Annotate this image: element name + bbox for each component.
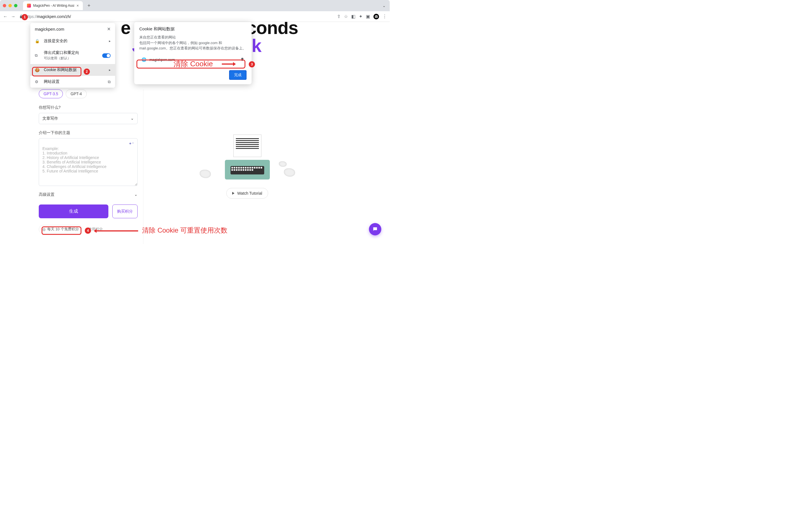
settings-label: 网站设置 [44, 79, 104, 84]
generate-button[interactable]: 生成 [39, 204, 108, 218]
watch-tutorial-button[interactable]: Watch Tutorial [226, 188, 268, 199]
coin-icon: ◎ [42, 227, 45, 232]
annotation-marker-2: 2 [84, 69, 90, 75]
chevron-right-icon: ▸ [109, 39, 111, 43]
browser-tab[interactable]: MagickPen - AI Writing Assi × [23, 1, 83, 10]
main-content: GPT-3.5 GPT-4 你想写什么? 文章写作 ⌄ 介绍一下你的主题 Exa… [39, 89, 351, 244]
done-button[interactable]: 完成 [229, 70, 247, 80]
model-gpt35-pill[interactable]: GPT-3.5 [39, 89, 63, 98]
extension-1-icon[interactable]: ◧ [351, 14, 355, 19]
new-tab-button[interactable]: + [85, 2, 93, 9]
annotation-marker-3: 3 [249, 61, 255, 67]
close-icon[interactable]: ✕ [107, 26, 111, 32]
address-bar[interactable]: https://magickpen.com/zh/ [19, 14, 334, 20]
svg-marker-3 [94, 229, 97, 233]
cookie-popup-subtitle1: 来自您正在查看的网站 [139, 35, 247, 40]
annotation-reset-text: 清除 Cookie 可重置使用次数 [142, 226, 227, 235]
browser-toolbar: ← → https://magickpen.com/zh/ ⇧ ☆ ◧ ✦ ▣ … [0, 11, 390, 22]
sidepanel-icon[interactable]: ▣ [366, 14, 370, 19]
back-button[interactable]: ← [3, 14, 8, 19]
close-tab-icon[interactable]: × [77, 3, 79, 8]
model-gpt4-pill[interactable]: GPT-4 [66, 89, 86, 98]
lock-icon: 🔒 [35, 39, 40, 43]
cookie-popup-title: Cookie 和网站数据 [139, 26, 247, 32]
hero-fragment: conds [247, 22, 298, 38]
cookies-label: Cookie 和网站数据 [44, 67, 105, 72]
profile-avatar[interactable]: 🐼 [374, 14, 379, 20]
crumpled-paper-icon [200, 170, 211, 178]
popups-toggle[interactable] [102, 54, 111, 58]
crumpled-paper-icon [284, 168, 295, 177]
hero-fragment: k [252, 35, 261, 56]
arrow-right-icon [222, 61, 236, 67]
typewriter-keys [231, 166, 264, 174]
external-link-icon: ⧉ [108, 79, 111, 84]
popups-label: 弹出式窗口和重定向 可以使用（默认） [44, 50, 98, 61]
cookie-popup-subtitle2: 包括同一个网域中的各个网站，例如 google.com 和 mail.googl… [139, 40, 247, 51]
site-info-popup: magickpen.com ✕ 🔒 连接是安全的 ▸ ⧉ 弹出式窗口和重定向 可… [30, 23, 115, 88]
globe-icon: 🌐 [142, 57, 147, 62]
toolbar-actions: ⇧ ☆ ◧ ✦ ▣ 🐼 ⋮ [337, 14, 387, 20]
chevron-down-icon[interactable]: ⌄ [382, 3, 386, 8]
secure-label: 连接是安全的 [44, 38, 105, 43]
action-buttons: 生成 购买积分 [39, 204, 138, 218]
gear-icon: ⚙ [35, 79, 40, 84]
popups-row[interactable]: ⧉ 弹出式窗口和重定向 可以使用（默认） [30, 47, 115, 64]
extensions-puzzle-icon[interactable]: ✦ [359, 14, 362, 19]
browser-tab-strip: MagickPen - AI Writing Assi × + ⌄ [0, 0, 390, 11]
topic-label: 介绍一下你的主题 [39, 130, 138, 135]
annotation-marker-4: 4 [85, 228, 91, 234]
close-window-button[interactable] [3, 4, 6, 7]
annotation-clear-cookie-text: 清除 Cookie [174, 59, 213, 69]
what-to-write-label: 你想写什么? [39, 105, 138, 110]
sparkle-icon[interactable]: ✦⁺ [129, 141, 134, 146]
cookie-site-name: magickpen.com [149, 58, 175, 62]
topic-textarea[interactable]: Example: 1. Introduction 2. History of A… [39, 138, 138, 186]
paper-icon [233, 135, 261, 157]
svg-marker-1 [233, 62, 236, 66]
cookie-icon: 🍪 [35, 68, 40, 72]
hero-fragment: e [121, 22, 131, 38]
chat-bubble-button[interactable] [369, 223, 381, 235]
cookie-popup-actions: 完成 [139, 70, 247, 80]
cookie-data-popup: Cookie 和网站数据 来自您正在查看的网站 包括同一个网域中的各个网站，例如… [134, 22, 252, 84]
input-panel: GPT-3.5 GPT-4 你想写什么? 文章写作 ⌄ 介绍一下你的主题 Exa… [39, 89, 138, 244]
watch-label: Watch Tutorial [237, 191, 262, 196]
popup-icon: ⧉ [35, 53, 40, 58]
advanced-label: 高级设置 [39, 192, 55, 197]
favicon-icon [27, 4, 31, 8]
arrow-left-icon [93, 228, 138, 234]
credits-text: 每天 10 个免费积分 [47, 227, 79, 232]
delete-cookie-button[interactable] [240, 57, 244, 62]
maximize-window-button[interactable] [14, 4, 17, 7]
minimize-window-button[interactable] [8, 4, 12, 7]
forward-button[interactable]: → [11, 14, 16, 19]
cookies-row[interactable]: 🍪 Cookie 和网站数据 ▸ [30, 64, 115, 76]
buy-credits-button[interactable]: 购买积分 [112, 204, 138, 218]
writing-type-select[interactable]: 文章写作 ⌄ [39, 113, 138, 124]
chevron-right-icon: ▸ [109, 68, 111, 72]
textarea-placeholder: Example: 1. Introduction 2. History of A… [42, 146, 106, 173]
tab-title: MagickPen - AI Writing Assi [33, 4, 74, 8]
chevron-down-icon: ⌄ [131, 116, 134, 121]
model-selector: GPT-3.5 GPT-4 [39, 89, 138, 98]
url-text: https://magickpen.com/zh/ [25, 14, 71, 19]
advanced-settings-toggle[interactable]: 高级设置 ⌄ [39, 190, 138, 199]
credits-badge: ◎ 每天 10 个免费积分 [39, 225, 82, 233]
crumpled-paper-icon [279, 161, 287, 167]
share-icon[interactable]: ⇧ [337, 14, 341, 19]
site-info-header: magickpen.com ✕ [30, 23, 115, 35]
menu-dots-icon[interactable]: ⋮ [382, 14, 387, 19]
select-value: 文章写作 [42, 116, 58, 121]
preview-panel: Watch Tutorial [143, 89, 351, 244]
bookmark-star-icon[interactable]: ☆ [344, 14, 348, 19]
site-info-domain: magickpen.com [35, 27, 64, 31]
site-settings-row[interactable]: ⚙ 网站设置 ⧉ [30, 76, 115, 88]
window-controls [3, 4, 17, 7]
annotation-marker-1: 1 [22, 14, 28, 20]
connection-secure-row[interactable]: 🔒 连接是安全的 ▸ [30, 35, 115, 47]
chevron-down-icon: ⌄ [134, 192, 138, 197]
typewriter-illustration [219, 135, 276, 179]
play-icon [232, 192, 235, 195]
